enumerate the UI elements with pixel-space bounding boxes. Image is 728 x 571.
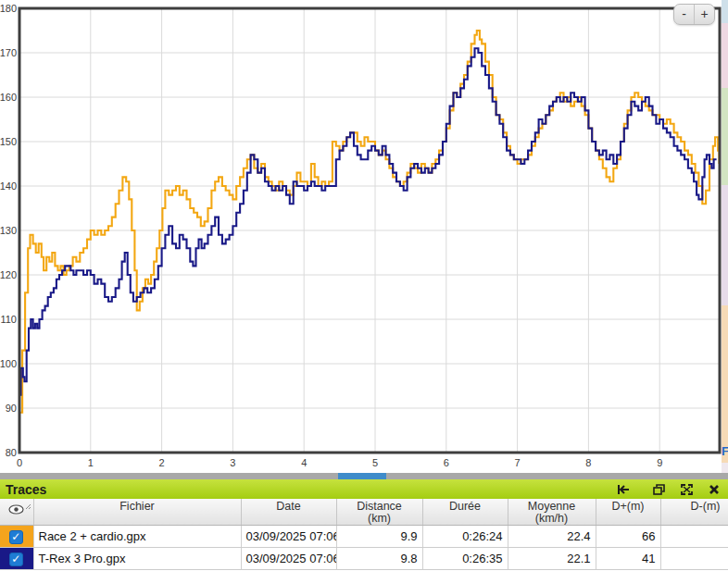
- svg-text:0: 0: [17, 457, 22, 468]
- visibility-column-header[interactable]: [0, 499, 33, 526]
- svg-text:2: 2: [159, 457, 165, 468]
- traces-panel-header: Traces: [0, 479, 728, 499]
- svg-text:100: 100: [0, 358, 17, 369]
- trace-color-cell: [0, 548, 33, 570]
- eye-icon: [8, 504, 24, 517]
- map-edge-text-fragment: F: [722, 444, 728, 458]
- maximize-button[interactable]: [681, 483, 693, 496]
- maximize-icon: [681, 484, 693, 495]
- chart-horizontal-scrollbar[interactable]: [0, 473, 728, 479]
- trace-date: 03/09/2025 07:06: [241, 526, 336, 548]
- column-header-dplus[interactable]: D+(m): [596, 499, 660, 526]
- restore-window-icon: [653, 484, 665, 495]
- svg-text:120: 120: [0, 269, 17, 280]
- column-header-dminus[interactable]: D-(m): [660, 499, 728, 526]
- svg-text:170: 170: [0, 47, 17, 58]
- trace-date: 03/09/2025 07:06: [241, 548, 336, 570]
- trace-elevation-loss: 66: [660, 526, 728, 548]
- trace-distance: 9.8: [336, 548, 422, 570]
- trace-visibility-checkbox[interactable]: [9, 552, 23, 566]
- column-resize-handle-icon[interactable]: [25, 500, 31, 506]
- series-line-1: [19, 48, 717, 394]
- collapse-left-icon: [617, 484, 630, 495]
- trace-elevation-gain: 66: [596, 526, 660, 548]
- zoom-in-button[interactable]: +: [695, 5, 714, 24]
- svg-text:160: 160: [0, 92, 17, 103]
- svg-text:1: 1: [88, 457, 94, 468]
- svg-text:90: 90: [6, 403, 17, 414]
- traces-table: Fichier Date Distance (km) Durée Moyenne…: [0, 499, 728, 570]
- trace-visibility-checkbox[interactable]: [9, 530, 23, 544]
- trace-duration: 0:26:24: [422, 526, 508, 548]
- svg-text:6: 6: [444, 457, 449, 468]
- svg-text:9: 9: [657, 457, 662, 468]
- series-line-0: [19, 31, 720, 413]
- trace-average-speed: 22.1: [508, 548, 596, 570]
- svg-text:3: 3: [230, 457, 235, 468]
- column-header-moyenne[interactable]: Moyenne (km/h): [508, 499, 596, 526]
- track-comparison-chart[interactable]: 8090100110120130140150160170180012345678…: [0, 0, 728, 473]
- restore-window-button[interactable]: [653, 483, 665, 496]
- chart-panel: 8090100110120130140150160170180012345678…: [0, 0, 728, 473]
- close-panel-button[interactable]: [709, 483, 720, 496]
- svg-text:8: 8: [585, 457, 591, 468]
- column-header-duree[interactable]: Durée: [422, 499, 508, 526]
- trace-row[interactable]: Race 2 + cardio.gpx 03/09/2025 07:06 9.9…: [0, 526, 728, 548]
- svg-text:130: 130: [0, 225, 17, 236]
- map-panel-edge-sliver: F: [722, 0, 728, 479]
- trace-row[interactable]: T-Rex 3 Pro.gpx 03/09/2025 07:06 9.8 0:2…: [0, 548, 728, 570]
- chart-zoom-controls: - +: [673, 4, 715, 25]
- scrollbar-thumb[interactable]: [338, 473, 386, 479]
- traces-table-container: Fichier Date Distance (km) Durée Moyenne…: [0, 499, 728, 571]
- svg-text:4: 4: [301, 457, 307, 468]
- svg-text:150: 150: [0, 136, 17, 147]
- trace-file-name: Race 2 + cardio.gpx: [33, 526, 241, 548]
- traces-panel-title: Traces: [0, 482, 601, 497]
- traces-panel-toolbar: [601, 483, 720, 496]
- zoom-out-button[interactable]: -: [674, 5, 695, 24]
- trace-duration: 0:26:35: [422, 548, 508, 570]
- trace-color-cell: [0, 526, 33, 548]
- table-header-row: Fichier Date Distance (km) Durée Moyenne…: [0, 499, 728, 526]
- collapse-left-button[interactable]: [617, 483, 630, 496]
- column-header-fichier[interactable]: Fichier: [33, 499, 241, 526]
- column-header-distance[interactable]: Distance (km): [336, 499, 422, 526]
- svg-text:80: 80: [6, 447, 17, 458]
- trace-elevation-gain: 41: [596, 548, 660, 570]
- column-header-date[interactable]: Date: [241, 499, 336, 526]
- svg-text:5: 5: [372, 457, 378, 468]
- svg-text:7: 7: [515, 457, 521, 468]
- gpx-analyzer-window: 8090100110120130140150160170180012345678…: [0, 0, 728, 571]
- trace-distance: 9.9: [336, 526, 422, 548]
- close-icon: [709, 484, 720, 495]
- trace-file-name: T-Rex 3 Pro.gpx: [33, 548, 241, 570]
- svg-text:180: 180: [0, 3, 17, 14]
- trace-average-speed: 22.4: [508, 526, 596, 548]
- svg-text:110: 110: [0, 314, 17, 325]
- svg-text:140: 140: [0, 180, 17, 192]
- trace-elevation-loss: 39: [660, 548, 728, 570]
